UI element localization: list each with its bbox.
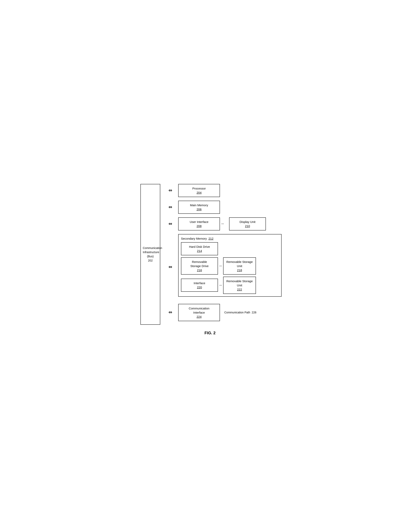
removable-storage-drive-num: 216 <box>184 268 215 272</box>
rsd-unit-arrow: ↔ <box>219 264 222 268</box>
right-column: ⇔ Processor 204 ⇔ Main Memory 206 <box>162 184 282 325</box>
comm-path-text: Communication Path <box>224 311 250 314</box>
figure-caption: FIG. 2 <box>138 331 282 335</box>
secondary-memory-outer-box: Secondary Memory 212 Hard Disk Drive 214 <box>178 234 282 297</box>
main-memory-row: ⇔ Main Memory 206 <box>162 201 282 214</box>
bus-label-line3: (Bus) <box>143 254 158 259</box>
bidir-arrow-icon: ⇔ <box>168 221 172 227</box>
hard-disk-box: Hard Disk Drive 214 <box>181 242 218 255</box>
comm-path-num: 226 <box>252 311 256 314</box>
processor-row: ⇔ Processor 204 <box>162 184 282 197</box>
removable-storage-unit-222-num: 222 <box>226 287 253 292</box>
user-interface-label: User Interface <box>181 220 217 224</box>
processor-arrow: ⇔ <box>162 188 178 193</box>
removable-storage-unit-218-box: Removable StorageUnit 218 <box>223 257 256 275</box>
bus-label-line2: Infrastructure <box>143 250 158 254</box>
secondary-memory-bus-arrow: ⇔ <box>162 264 178 270</box>
bus-label-line1: Communication <box>143 246 158 250</box>
comm-interface-row: ⇔ CommunicationInterface 224 Communicati… <box>162 304 282 321</box>
figure-caption-text: FIG. 2 <box>205 331 215 335</box>
user-interface-num: 208 <box>181 224 217 228</box>
comm-interface-arrow: ⇔ <box>162 310 178 315</box>
comm-interface-box: CommunicationInterface 224 <box>178 304 220 321</box>
comm-interface-num: 224 <box>181 315 217 319</box>
main-memory-num: 206 <box>181 207 217 211</box>
removable-storage-unit-218-num: 218 <box>226 268 253 272</box>
comm-interface-label: CommunicationInterface <box>181 306 217 315</box>
interface-num: 220 <box>184 285 215 289</box>
display-unit-num: 210 <box>232 224 263 228</box>
display-unit-label: Display Unit <box>232 220 263 224</box>
processor-box: Processor 204 <box>178 184 220 197</box>
removable-storage-unit-222-label: Removable StorageUnit <box>226 279 253 287</box>
secondary-memory-num: 212 <box>208 237 213 240</box>
main-memory-label: Main Memory <box>181 203 217 207</box>
bidir-arrow-icon: ⇔ <box>168 188 172 193</box>
main-memory-box: Main Memory 206 <box>178 201 220 214</box>
removable-storage-drive-label: RemovableStorage Drive <box>184 260 215 268</box>
bidir-arrow-icon: ⇔ <box>168 205 172 210</box>
removable-storage-drive-row: RemovableStorage Drive 216 ↔ Removable S… <box>181 257 279 275</box>
ui-display-arrow: ↔ <box>221 222 224 226</box>
communication-infrastructure-box: Communication Infrastructure (Bus) 202 <box>140 184 160 325</box>
hard-disk-row: Hard Disk Drive 214 <box>181 242 279 255</box>
processor-label: Processor <box>181 186 217 190</box>
bus-num: 202 <box>143 259 158 263</box>
hard-disk-num: 214 <box>184 249 215 253</box>
processor-num: 204 <box>181 190 217 195</box>
main-layout: Communication Infrastructure (Bus) 202 ⇔… <box>138 184 282 325</box>
display-unit-box: Display Unit 210 <box>229 217 266 230</box>
secondary-memory-label: Secondary Memory <box>181 237 207 240</box>
bidir-arrow-icon: ⇔ <box>168 264 172 270</box>
secondary-memory-group: Secondary Memory 212 Hard Disk Drive 214 <box>178 234 282 300</box>
interface-unit-arrow: ↔ <box>219 283 222 287</box>
interface-label: Interface <box>184 281 215 285</box>
interface-row: Interface 220 ↔ Removable StorageUnit 22… <box>181 277 279 294</box>
diagram-container: Communication Infrastructure (Bus) 202 ⇔… <box>134 176 286 347</box>
secondary-memory-items: Hard Disk Drive 214 RemovableStorage Dri… <box>181 242 279 294</box>
comm-path-label: Communication Path 226 <box>224 311 256 314</box>
hard-disk-label: Hard Disk Drive <box>184 245 215 249</box>
main-memory-arrow: ⇔ <box>162 205 178 210</box>
interface-box: Interface 220 <box>181 279 218 292</box>
user-interface-box: User Interface 208 <box>178 217 220 230</box>
bus-column: Communication Infrastructure (Bus) 202 <box>138 184 162 325</box>
removable-storage-unit-222-box: Removable StorageUnit 222 <box>223 277 256 294</box>
bidir-arrow-icon: ⇔ <box>168 310 172 315</box>
user-interface-arrow: ⇔ <box>162 221 178 227</box>
secondary-memory-title: Secondary Memory 212 <box>181 237 279 240</box>
removable-storage-unit-218-label: Removable StorageUnit <box>226 260 253 268</box>
removable-storage-drive-box: RemovableStorage Drive 216 <box>181 257 218 275</box>
user-interface-row: ⇔ User Interface 208 ↔ Display Unit 210 <box>162 217 282 230</box>
